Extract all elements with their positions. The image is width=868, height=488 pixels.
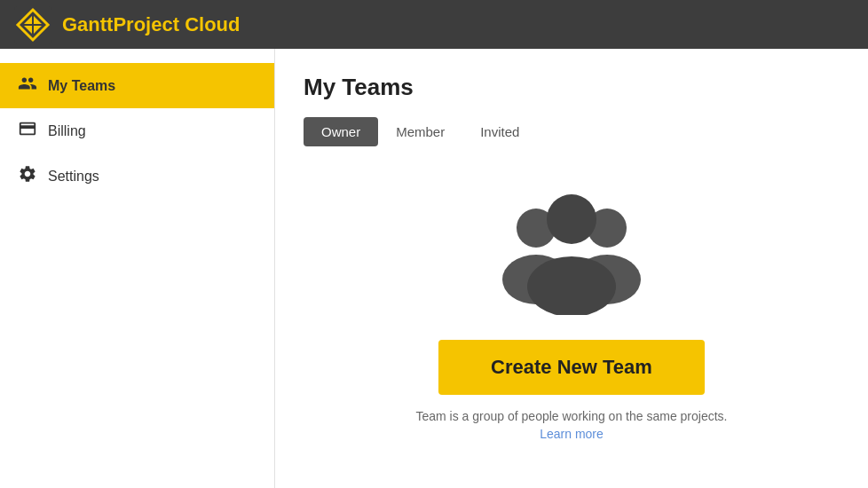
create-new-team-button[interactable]: Create New Team bbox=[438, 340, 705, 395]
page-title: My Teams bbox=[304, 74, 840, 101]
settings-icon bbox=[18, 164, 37, 188]
group-icon bbox=[483, 182, 660, 315]
sidebar-item-billing[interactable]: Billing bbox=[0, 108, 274, 153]
app-title: GanttProject Cloud bbox=[62, 13, 240, 36]
billing-icon bbox=[18, 119, 37, 143]
team-description: Team is a group of people working on the… bbox=[416, 409, 728, 423]
sidebar-label-settings: Settings bbox=[48, 169, 99, 185]
team-icon-container bbox=[483, 182, 660, 319]
tab-member[interactable]: Member bbox=[378, 117, 462, 146]
learn-more-link[interactable]: Learn more bbox=[540, 427, 604, 441]
tab-owner[interactable]: Owner bbox=[304, 117, 378, 146]
sidebar-item-my-teams[interactable]: My Teams bbox=[0, 63, 274, 108]
svg-point-9 bbox=[547, 194, 596, 244]
sidebar: My Teams Billing Settings bbox=[0, 49, 275, 488]
teams-icon bbox=[18, 74, 37, 98]
tab-invited[interactable]: Invited bbox=[462, 117, 537, 146]
svg-point-10 bbox=[527, 256, 616, 315]
logo-icon bbox=[14, 6, 51, 43]
sidebar-label-my-teams: My Teams bbox=[48, 78, 115, 94]
empty-state: Create New Team Team is a group of peopl… bbox=[304, 182, 840, 441]
sidebar-label-billing: Billing bbox=[48, 123, 86, 139]
tabs-bar: Owner Member Invited bbox=[304, 117, 840, 146]
main-content: My Teams Owner Member Invited bbox=[275, 49, 868, 488]
app-header: GanttProject Cloud bbox=[0, 0, 868, 49]
sidebar-item-settings[interactable]: Settings bbox=[0, 153, 274, 199]
logo-wrapper: GanttProject Cloud bbox=[14, 6, 240, 43]
main-layout: My Teams Billing Settings My Teams Owner bbox=[0, 49, 868, 488]
